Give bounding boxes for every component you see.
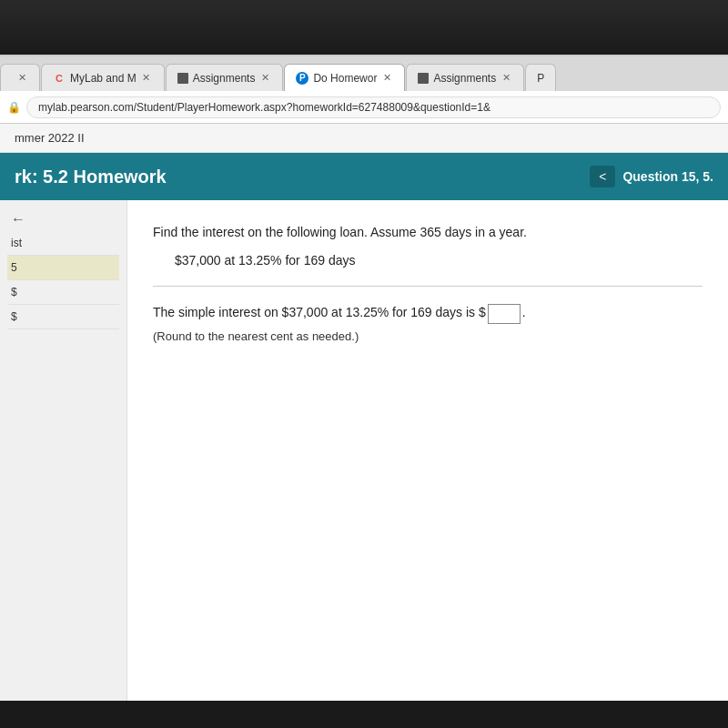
tab-do-homework-label: Do Homewor bbox=[313, 72, 377, 85]
lock-icon: 🔒 bbox=[7, 101, 21, 114]
sidebar: ← ist 5 $ $ bbox=[0, 200, 127, 701]
tab-mylab-label: MyLab and M bbox=[70, 72, 136, 85]
tab-assignments-1-close[interactable]: ✕ bbox=[258, 72, 271, 85]
hw-title: rk: 5.2 Homework bbox=[15, 167, 590, 187]
question-nav: < Question 15, 5. bbox=[590, 166, 713, 187]
browser-chrome: ✕ C MyLab and M ✕ Assignments ✕ P Do Hom… bbox=[0, 55, 728, 701]
sidebar-item-3[interactable]: $ bbox=[7, 280, 119, 305]
tab-mylab[interactable]: C MyLab and M ✕ bbox=[41, 64, 165, 91]
sidebar-item-1[interactable]: ist bbox=[7, 231, 119, 256]
tab-x-icon[interactable]: ✕ bbox=[15, 72, 28, 85]
main-area: ← ist 5 $ $ Find the interest on the fol… bbox=[0, 200, 728, 701]
tab-extra[interactable]: P bbox=[525, 64, 556, 91]
assignments-icon-2 bbox=[418, 73, 429, 84]
answer-note: (Round to the nearest cent as needed.) bbox=[153, 329, 359, 343]
question-instruction: Find the interest on the following loan.… bbox=[153, 222, 703, 242]
url-display[interactable]: mylab.pearson.com/Student/PlayerHomework… bbox=[26, 96, 721, 118]
answer-text-after: . bbox=[522, 305, 526, 319]
tab-assignments-1[interactable]: Assignments ✕ bbox=[166, 64, 284, 91]
course-header: mmer 2022 II bbox=[0, 124, 728, 153]
tab-mylab-close[interactable]: ✕ bbox=[140, 72, 153, 85]
page-content: mmer 2022 II rk: 5.2 Homework < Question… bbox=[0, 124, 728, 701]
sidebar-item-4-label: $ bbox=[11, 310, 17, 323]
photo-background bbox=[0, 0, 728, 55]
tab-do-homework-close[interactable]: ✕ bbox=[380, 72, 393, 85]
tab-assignments-1-label: Assignments bbox=[193, 72, 256, 85]
divider bbox=[153, 286, 703, 287]
nav-prev-button[interactable]: < bbox=[590, 166, 615, 187]
answer-text-before: The simple interest on $37,000 at 13.25%… bbox=[153, 305, 486, 319]
tab-bar: ✕ C MyLab and M ✕ Assignments ✕ P Do Hom… bbox=[0, 56, 728, 91]
tab-assignments-2[interactable]: Assignments ✕ bbox=[406, 64, 524, 91]
loan-details: $37,000 at 13.25% for 169 days bbox=[175, 253, 703, 268]
question-area: Find the interest on the following loan.… bbox=[127, 200, 728, 701]
address-bar: 🔒 mylab.pearson.com/Student/PlayerHomewo… bbox=[0, 91, 728, 124]
sidebar-item-2[interactable]: 5 bbox=[7, 256, 119, 280]
sidebar-item-3-label: $ bbox=[11, 286, 17, 298]
pearson-icon: P bbox=[296, 72, 308, 85]
question-label: Question 15, 5. bbox=[622, 169, 713, 184]
sidebar-back-button[interactable]: ← bbox=[7, 207, 119, 231]
assignments-icon-1 bbox=[177, 73, 188, 84]
answer-input-field[interactable] bbox=[488, 304, 521, 324]
mylab-icon: C bbox=[53, 72, 66, 85]
answer-area: The simple interest on $37,000 at 13.25%… bbox=[153, 301, 703, 347]
course-title: mmer 2022 II bbox=[15, 131, 85, 145]
tab-extra-label: P bbox=[537, 72, 544, 85]
sidebar-item-2-label: 5 bbox=[11, 261, 17, 274]
hw-header-bar: rk: 5.2 Homework < Question 15, 5. bbox=[0, 153, 728, 200]
tab-do-homework[interactable]: P Do Homewor ✕ bbox=[284, 64, 405, 91]
tab-close-only[interactable]: ✕ bbox=[0, 64, 40, 91]
sidebar-item-1-label: ist bbox=[11, 237, 22, 249]
back-arrow-icon: ← bbox=[11, 211, 25, 228]
tab-assignments-2-label: Assignments bbox=[433, 72, 496, 85]
tab-assignments-2-close[interactable]: ✕ bbox=[500, 72, 512, 85]
sidebar-item-4[interactable]: $ bbox=[7, 305, 119, 329]
